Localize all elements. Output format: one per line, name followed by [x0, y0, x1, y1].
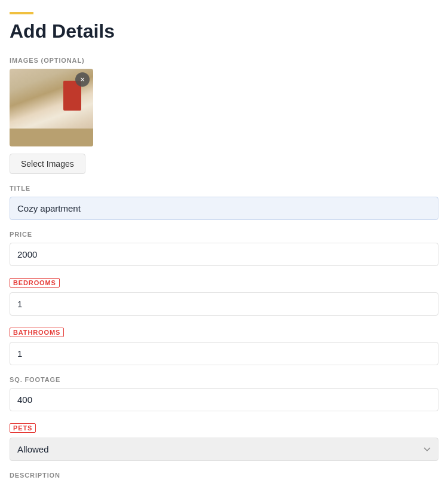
top-accent	[10, 12, 33, 14]
title-field: TITLE	[10, 185, 438, 220]
bedrooms-field: BEDROOMS	[10, 277, 438, 316]
price-field: PRICE	[10, 231, 438, 266]
bedrooms-label: BEDROOMS	[10, 278, 60, 288]
description-label: DESCRIPTION	[10, 472, 438, 479]
pets-field: PETS Allowed Not Allowed	[10, 422, 438, 461]
remove-image-button[interactable]: ×	[75, 72, 90, 87]
sqfootage-input[interactable]	[10, 388, 438, 411]
bathrooms-field: BATHROOMS	[10, 326, 438, 365]
title-input[interactable]	[10, 197, 438, 220]
pets-label: PETS	[10, 423, 36, 433]
select-images-button[interactable]: Select Images	[10, 154, 85, 174]
description-field: DESCRIPTION	[10, 472, 438, 479]
bathrooms-input[interactable]	[10, 342, 438, 365]
price-label: PRICE	[10, 231, 438, 238]
image-preview-wrapper: ×	[10, 69, 93, 146]
price-input[interactable]	[10, 243, 438, 266]
images-section: IMAGES (OPTIONAL) × Select Images	[10, 57, 438, 174]
bathrooms-label: BATHROOMS	[10, 328, 64, 337]
bedrooms-input[interactable]	[10, 292, 438, 316]
page-title: Add Details	[10, 20, 438, 42]
image-preview-container: ×	[10, 69, 438, 146]
sqfootage-field: SQ. FOOTAGE	[10, 376, 438, 411]
title-label: TITLE	[10, 185, 438, 192]
sqfootage-label: SQ. FOOTAGE	[10, 376, 438, 383]
images-label: IMAGES (OPTIONAL)	[10, 57, 438, 64]
pets-select[interactable]: Allowed Not Allowed	[10, 438, 438, 461]
